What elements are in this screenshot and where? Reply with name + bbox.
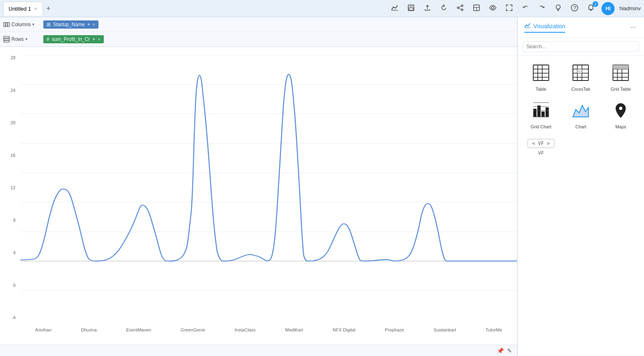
viz-item-vf[interactable]: < VF > VF xyxy=(521,134,561,160)
search-input[interactable] xyxy=(523,41,639,52)
crosstab-icon xyxy=(572,64,590,84)
columns-icon xyxy=(3,21,10,28)
rows-pill[interactable]: # sum_Profit_In_Cr + × xyxy=(43,35,104,43)
chart-area: 28 24 20 16 12 8 4 0 -4 xyxy=(0,47,517,345)
y-axis: 28 24 20 16 12 8 4 0 -4 xyxy=(3,55,16,320)
svg-rect-22 xyxy=(4,38,9,40)
visualization-tab[interactable]: Visualization xyxy=(524,22,565,33)
viz-item-table[interactable]: Table xyxy=(521,59,561,96)
svg-marker-65 xyxy=(573,105,588,117)
viz-item-vf-label: VF xyxy=(538,150,544,155)
pin-icon[interactable]: 📌 xyxy=(497,347,504,354)
svg-rect-58 xyxy=(537,105,541,117)
rows-pill-add[interactable]: + xyxy=(92,36,95,42)
viz-item-grid-table[interactable]: Grid Table xyxy=(601,59,641,96)
viz-item-grid-chart-label: Grid Chart xyxy=(530,124,551,129)
svg-rect-59 xyxy=(541,112,545,117)
svg-rect-56 xyxy=(622,65,628,69)
rows-shelf: Rows ▾ # sum_Profit_In_Cr + × xyxy=(0,32,517,47)
fullscreen-icon[interactable] xyxy=(503,2,515,15)
x-axis: Arivihan Dhurina EventMaven GreenGenie I… xyxy=(20,327,517,332)
y-label-12: 12 xyxy=(3,185,16,190)
shelves: Columns ▾ ⊞ Startup_Name + × xyxy=(0,17,517,47)
save-icon[interactable] xyxy=(405,2,417,15)
columns-shelf-label: Columns xyxy=(11,22,31,27)
svg-text:?: ? xyxy=(573,5,576,11)
x-label-dhurina: Dhurina xyxy=(81,327,97,332)
edit-icon[interactable]: ✎ xyxy=(507,347,512,354)
chart-svg-container xyxy=(20,55,517,320)
columns-chevron[interactable]: ▾ xyxy=(32,22,34,27)
viz-item-chart[interactable]: Chart xyxy=(561,96,601,134)
y-label-20: 20 xyxy=(3,120,16,125)
svg-rect-55 xyxy=(617,65,622,69)
x-label-sustainkart: Sustainkart xyxy=(434,327,456,332)
redo-icon[interactable] xyxy=(536,2,548,15)
rows-chevron[interactable]: ▾ xyxy=(25,37,27,41)
y-label-16: 16 xyxy=(3,153,16,158)
svg-point-6 xyxy=(457,7,459,9)
new-tab-button[interactable]: + xyxy=(43,5,54,12)
svg-rect-19 xyxy=(6,22,7,27)
viz-item-maps[interactable]: Maps xyxy=(601,96,641,134)
viz-item-grid-chart[interactable]: Grid Chart xyxy=(521,96,561,134)
rows-shelf-label: Rows xyxy=(11,36,24,42)
y-label-neg4: -4 xyxy=(3,315,16,320)
x-label-eventmaven: EventMaven xyxy=(126,327,151,332)
line-chart-svg xyxy=(20,55,517,320)
help-icon[interactable]: ? xyxy=(569,2,580,15)
svg-line-7 xyxy=(459,6,461,7)
layout-icon[interactable] xyxy=(471,2,482,15)
x-label-nfx: NFX Digital xyxy=(333,327,356,332)
rows-label[interactable]: Rows ▾ xyxy=(3,36,40,43)
undo-icon[interactable] xyxy=(520,2,531,15)
y-label-0: 0 xyxy=(3,283,16,288)
columns-pill-close[interactable]: × xyxy=(92,22,95,27)
viz-item-chart-label: Chart xyxy=(575,124,586,129)
tab-close-button[interactable]: × xyxy=(34,6,38,11)
viz-item-crosstab[interactable]: CrossTab xyxy=(561,59,601,96)
svg-rect-47 xyxy=(577,69,582,73)
table-icon xyxy=(532,64,550,84)
notification-icon[interactable]: 2 xyxy=(585,2,597,15)
viz-item-maps-label: Maps xyxy=(615,124,626,129)
user-avatar[interactable]: HI xyxy=(602,2,615,15)
columns-label[interactable]: Columns ▾ xyxy=(3,21,40,28)
panel-more-button[interactable]: ··· xyxy=(629,22,637,33)
share-icon[interactable] xyxy=(454,2,466,15)
search-box xyxy=(518,38,644,56)
svg-rect-21 xyxy=(4,36,9,38)
rows-pill-close[interactable]: × xyxy=(98,37,100,42)
viz-tab-icon xyxy=(524,22,531,30)
y-label-4: 4 xyxy=(3,250,16,255)
refresh-icon[interactable] xyxy=(438,2,449,15)
svg-rect-2 xyxy=(409,5,413,7)
x-label-medikart: MediKart xyxy=(285,327,303,332)
x-label-tutorme: TutorMe xyxy=(485,327,502,332)
columns-pill[interactable]: ⊞ Startup_Name + × xyxy=(43,20,98,29)
svg-point-67 xyxy=(619,107,622,110)
right-panel: Visualization ··· xyxy=(517,17,644,356)
vf-box-icon: < VF > xyxy=(528,139,554,148)
chart-panel: Columns ▾ ⊞ Startup_Name + × xyxy=(0,17,517,356)
notification-badge: 2 xyxy=(593,1,598,7)
rows-icon xyxy=(3,36,10,43)
rows-pill-text: sum_Profit_In_Cr xyxy=(52,36,90,42)
visualization-tab-label: Visualization xyxy=(533,23,565,29)
lightbulb-icon[interactable] xyxy=(552,2,564,15)
x-label-prophaze: Prophaze xyxy=(385,327,404,332)
tab-bar: Untitled 1 × + xyxy=(0,0,644,17)
line-chart-icon[interactable] xyxy=(389,2,400,15)
status-bar: 📌 ✎ xyxy=(0,345,517,356)
svg-rect-60 xyxy=(546,107,549,117)
grid-chart-icon xyxy=(532,101,550,122)
svg-point-5 xyxy=(461,9,463,11)
maps-icon xyxy=(612,101,630,122)
active-tab[interactable]: Untitled 1 × xyxy=(3,2,43,16)
view-icon[interactable] xyxy=(487,2,499,15)
chart-icon xyxy=(572,101,590,122)
export-icon[interactable] xyxy=(422,2,433,15)
vf-box: < VF > xyxy=(528,139,554,148)
columns-pill-add[interactable]: + xyxy=(87,22,90,27)
user-name[interactable]: hiadminv xyxy=(619,5,641,11)
